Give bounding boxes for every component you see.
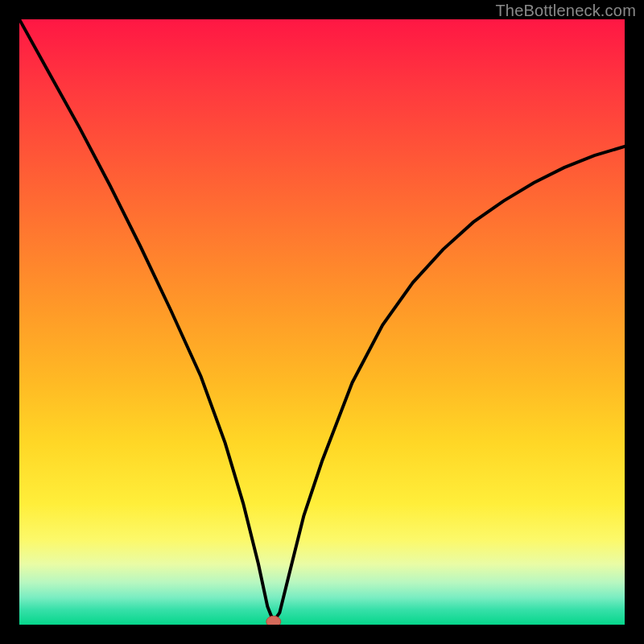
optimal-point-marker — [266, 616, 281, 625]
curve-svg — [19, 19, 625, 625]
watermark-text: TheBottleneck.com — [495, 2, 636, 20]
bottleneck-curve — [19, 19, 625, 621]
chart-frame: TheBottleneck.com — [0, 0, 644, 644]
plot-area — [19, 19, 625, 625]
